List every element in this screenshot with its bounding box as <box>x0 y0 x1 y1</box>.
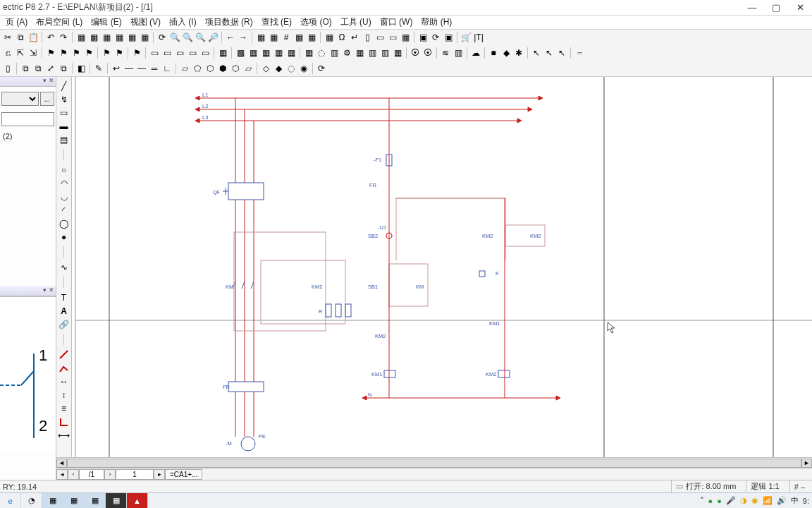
tray-wifi-icon[interactable]: 📶 <box>763 496 773 505</box>
tool-grid-icon[interactable]: ▩ <box>234 47 247 59</box>
tool-cursor-icon[interactable]: ↖ <box>530 47 543 59</box>
filter-more-button[interactable]: ... <box>40 92 54 106</box>
page-number-input[interactable] <box>116 469 154 480</box>
tool-paste-icon[interactable]: 📋 <box>27 31 39 44</box>
tool-grid-icon[interactable]: ▦ <box>267 31 280 44</box>
tab-prev-icon[interactable]: ‹ <box>68 469 79 480</box>
tool-rectlist-icon[interactable]: ▤ <box>58 133 70 145</box>
tool-copy-icon[interactable]: ⧉ <box>14 31 27 44</box>
tray-icon[interactable]: ◉ <box>751 496 758 505</box>
tray-icon[interactable]: ● <box>717 497 722 505</box>
canvas[interactable]: L1 L2 L3 QF <box>72 77 812 457</box>
tool-winfit-icon[interactable]: ▣ <box>442 31 455 44</box>
tool-rect-icon[interactable]: ▭ <box>199 47 211 59</box>
tool-generic-icon[interactable]: ▦ <box>125 31 138 44</box>
tool-ellipse-icon[interactable]: ◯ <box>58 217 70 229</box>
tool-ruler-icon[interactable]: ▭ <box>374 31 386 44</box>
tray-up-icon[interactable]: ˄ <box>700 496 704 505</box>
tray-clock[interactable]: 9: <box>803 497 809 505</box>
tool-flag-icon[interactable]: ⚑ <box>70 47 82 59</box>
tool-rect-fill-icon[interactable]: ▬ <box>58 120 70 132</box>
window-maximize[interactable]: ▢ <box>764 0 788 14</box>
tool-generic-icon[interactable]: ⦿ <box>422 47 434 59</box>
tool-dash-icon[interactable]: — <box>123 62 135 75</box>
tab-first-icon[interactable]: ◂ <box>56 469 68 480</box>
tool-shape-icon[interactable]: ⬡ <box>229 62 242 75</box>
tool-shape-icon[interactable]: ⬠ <box>191 62 204 75</box>
tool-filled-circle-icon[interactable]: ● <box>58 231 70 243</box>
tool-rect-outline-icon[interactable]: ▭ <box>58 107 70 119</box>
tool-arc3-icon[interactable]: ◜ <box>58 204 70 216</box>
search-input[interactable] <box>1 112 54 126</box>
tool-spline-icon[interactable]: ∿ <box>58 261 70 273</box>
tool-shape-icon[interactable]: ⬢ <box>216 62 229 75</box>
tray-volume-icon[interactable]: 🔊 <box>777 496 787 505</box>
tool-generic-icon[interactable]: ⎌ <box>1 47 14 59</box>
tool-generic-icon[interactable]: ⦿ <box>409 47 422 59</box>
h-scrollbar[interactable]: ◄ ► <box>56 457 812 468</box>
tool-generic-icon[interactable]: ▯ <box>1 62 14 75</box>
menu-tools[interactable]: 工具 (U) <box>336 15 376 30</box>
menu-window[interactable]: 窗口 (W) <box>376 15 417 30</box>
menu-page[interactable]: 页 (A) <box>1 15 32 30</box>
tool-grid-icon[interactable]: ▦ <box>293 31 305 44</box>
tool-snap-icon[interactable]: ▦ <box>323 31 336 44</box>
tool-equals-icon[interactable]: ═ <box>148 62 161 75</box>
tool-textframe-icon[interactable]: |T| <box>472 31 485 44</box>
task-app-icon[interactable]: ◔ <box>21 493 42 509</box>
tool-shape-icon[interactable]: ▱ <box>242 62 254 75</box>
tool-grid-icon[interactable]: ▦ <box>391 47 404 59</box>
tool-cloud-icon[interactable]: ☁ <box>469 47 482 59</box>
task-app-icon[interactable]: ▦ <box>106 493 127 509</box>
tool-flag-icon[interactable]: ⚑ <box>130 47 143 59</box>
tool-nav-right-icon[interactable]: → <box>237 31 250 44</box>
tool-zoom-in-icon[interactable]: 🔍 <box>168 31 181 44</box>
tool-dot-icon[interactable]: ✱ <box>512 47 525 59</box>
tool-generic-icon[interactable]: ⧉ <box>57 62 70 75</box>
tool-plug-icon[interactable]: ⎓ <box>573 47 586 59</box>
tool-line-icon[interactable]: ╱ <box>58 80 70 92</box>
tool-color-icon[interactable]: ▥ <box>379 47 391 59</box>
tool-undo-icon[interactable]: ↶ <box>44 31 57 44</box>
tool-conn-icon[interactable]: Ω <box>336 31 348 44</box>
tool-flag-icon[interactable]: ⚑ <box>44 47 57 59</box>
panel-close-icon[interactable]: ✕ <box>49 286 54 294</box>
menu-edit[interactable]: 编辑 (E) <box>87 15 125 30</box>
tool-angle-icon[interactable]: ↵ <box>348 31 361 44</box>
tool-generic-icon[interactable]: ◇ <box>259 62 272 75</box>
task-app-icon[interactable]: ▦ <box>85 493 106 509</box>
tool-color-icon[interactable]: ▥ <box>366 47 379 59</box>
tool-ortho-icon[interactable]: ▯ <box>361 31 374 44</box>
tool-dot-icon[interactable]: ◆ <box>500 47 512 59</box>
tool-red-poly-icon[interactable] <box>58 362 70 374</box>
tool-polyline-icon[interactable]: ↯ <box>58 93 70 105</box>
tool-generic-icon[interactable]: ⤢ <box>44 62 57 75</box>
tray-mic-icon[interactable]: 🎤 <box>726 496 736 505</box>
task-edge-icon[interactable]: e <box>0 493 21 509</box>
tool-refresh-icon[interactable]: ⟳ <box>156 31 168 44</box>
menu-help[interactable]: 帮助 (H) <box>417 15 456 30</box>
tool-arc2-icon[interactable]: ◡ <box>58 190 70 202</box>
tab-jump-icon[interactable]: ▸ <box>154 469 165 480</box>
tool-winarrange-icon[interactable]: ▣ <box>417 31 429 44</box>
tool-grid-icon[interactable]: ▦ <box>272 47 285 59</box>
tool-generic-icon[interactable]: ⇲ <box>27 47 39 59</box>
tool-generic-icon[interactable]: ⧉ <box>32 62 44 75</box>
tool-generic-icon[interactable]: ▦ <box>75 31 87 44</box>
tool-generic-icon[interactable]: ▦ <box>100 31 113 44</box>
tool-measure-icon[interactable]: ⟷ <box>58 429 70 441</box>
tool-cursor-icon[interactable]: ↖ <box>543 47 555 59</box>
scroll-right-icon[interactable]: ► <box>801 459 812 468</box>
tool-snap-icon[interactable]: ▭ <box>386 31 399 44</box>
menu-layout[interactable]: 布局空间 (L) <box>32 15 87 30</box>
tool-grid-icon[interactable]: ▦ <box>305 31 318 44</box>
tool-zoom-icon[interactable]: 🔍 <box>194 31 207 44</box>
tool-grid-icon[interactable]: ▦ <box>302 47 315 59</box>
tool-zoom-icon[interactable]: 🔎 <box>207 31 219 44</box>
tool-dash-icon[interactable]: — <box>135 62 148 75</box>
tool-textbold-icon[interactable]: A <box>58 305 70 317</box>
tool-cart-icon[interactable]: 🛒 <box>460 31 472 44</box>
panel-pin-icon[interactable]: ▾ <box>43 286 47 294</box>
tree-item[interactable]: (2) <box>0 131 56 142</box>
tool-refresh-icon[interactable]: ⟳ <box>315 62 328 75</box>
